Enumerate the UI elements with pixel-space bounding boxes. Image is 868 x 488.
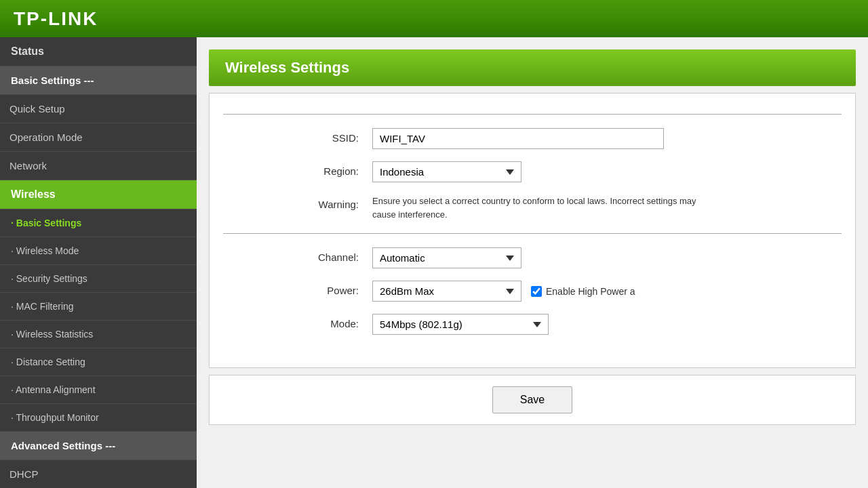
mode-label: Mode: [223,314,372,329]
sidebar-item-mac-filtering[interactable]: · MAC Filtering [0,293,197,321]
form-divider-mid [223,233,842,234]
warning-text: Ensure you select a correct country to c… [372,195,711,221]
ssid-control [372,128,842,149]
sidebar-item-network[interactable]: Network [0,152,197,180]
sidebar-item-status[interactable]: Status [0,37,197,66]
main-layout: StatusBasic Settings ---Quick SetupOpera… [0,37,868,488]
channel-label: Channel: [223,247,372,263]
sidebar: StatusBasic Settings ---Quick SetupOpera… [0,37,197,488]
mode-select[interactable]: 54Mbps (802.11g)150Mbps (802.11n)300Mbps… [372,314,549,335]
sidebar-item-wireless-mode[interactable]: · Wireless Mode [0,237,197,265]
region-row: Region: IndonesiaUnited StatesCanadaAust… [223,161,842,182]
sidebar-item-wireless[interactable]: Wireless [0,180,197,209]
mode-row: Mode: 54Mbps (802.11g)150Mbps (802.11n)3… [223,314,842,335]
mode-control: 54Mbps (802.11g)150Mbps (802.11n)300Mbps… [372,314,842,335]
page-title-bar: Wireless Settings [209,49,856,86]
ssid-row: SSID: [223,128,842,149]
sidebar-item-operation-mode[interactable]: Operation Mode [0,123,197,152]
sidebar-item-quick-setup[interactable]: Quick Setup [0,95,197,123]
sidebar-item-antenna-alignment[interactable]: · Antenna Alignment [0,376,197,404]
region-select[interactable]: IndonesiaUnited StatesCanadaAustraliaGer… [372,161,521,182]
top-bar: TP-LINK [0,0,868,37]
warning-label: Warning: [223,195,372,210]
sidebar-item-dhcp[interactable]: DHCP [0,460,197,488]
enable-high-power-checkbox[interactable] [531,286,542,297]
ssid-label: SSID: [223,128,372,144]
region-control: IndonesiaUnited StatesCanadaAustraliaGer… [372,161,842,182]
sidebar-item-security-settings[interactable]: · Security Settings [0,265,197,293]
save-area: Save [209,375,856,425]
warning-control: Ensure you select a correct country to c… [372,195,842,221]
form-divider-top [223,114,842,115]
power-label: Power: [223,281,372,296]
channel-select[interactable]: Automatic12345678910111213 [372,247,521,268]
channel-control: Automatic12345678910111213 [372,247,842,268]
sidebar-item-wireless-statistics[interactable]: · Wireless Statistics [0,321,197,348]
content-area: Wireless Settings SSID: Region: Indonesi… [197,37,868,488]
ssid-input[interactable] [372,128,664,149]
enable-high-power-label[interactable]: Enable High Power a [546,286,635,297]
sidebar-item-distance-setting[interactable]: · Distance Setting [0,348,197,376]
wireless-settings-form: SSID: Region: IndonesiaUnited StatesCana… [209,93,856,368]
sidebar-item-basic-settings-header[interactable]: Basic Settings --- [0,66,197,95]
enable-high-power-area: Enable High Power a [531,286,635,297]
power-control: 26dBm Max20dBm17dBm14dBm11dBm Enable Hig… [372,281,842,302]
power-select[interactable]: 26dBm Max20dBm17dBm14dBm11dBm [372,281,521,302]
page-title: Wireless Settings [225,59,840,77]
logo: TP-LINK [14,8,98,30]
save-button[interactable]: Save [492,386,572,413]
sidebar-item-basic-settings-sub[interactable]: · Basic Settings [0,209,197,237]
sidebar-item-advanced-settings-header[interactable]: Advanced Settings --- [0,432,197,460]
power-row: Power: 26dBm Max20dBm17dBm14dBm11dBm Ena… [223,281,842,302]
region-label: Region: [223,161,372,177]
warning-row: Warning: Ensure you select a correct cou… [223,195,842,221]
sidebar-item-throughput-monitor[interactable]: · Throughput Monitor [0,404,197,432]
channel-row: Channel: Automatic12345678910111213 [223,247,842,268]
